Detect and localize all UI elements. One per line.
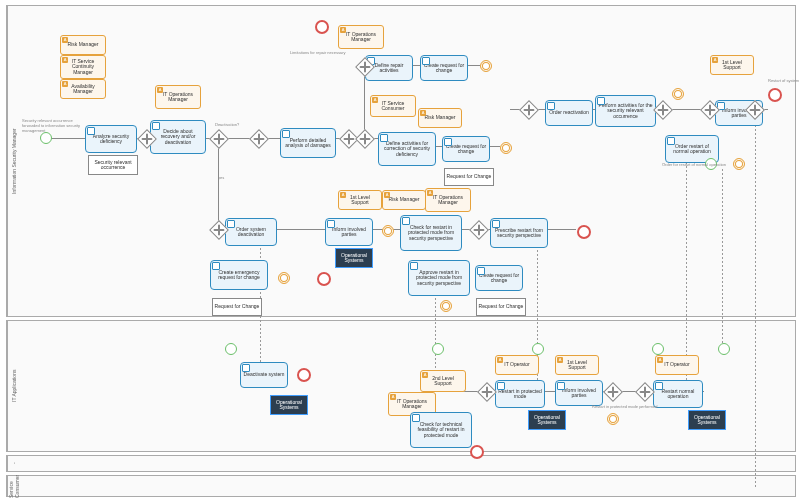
- task-rfc-3[interactable]: Create request for change: [475, 265, 523, 291]
- link-event[interactable]: [532, 343, 544, 355]
- data-rfc-2[interactable]: Request for Change: [444, 168, 494, 186]
- task-label: Restart normal operation: [656, 389, 700, 400]
- user-icon: [557, 382, 565, 390]
- user-icon: [87, 127, 95, 135]
- task-approve-restart[interactable]: Approve restart in protected mode from s…: [408, 260, 470, 296]
- data-rfc-1[interactable]: Request for Change: [212, 298, 262, 316]
- task-label: Perform activities for the security rele…: [598, 103, 653, 120]
- message-flow: [755, 112, 756, 487]
- link-event[interactable]: [225, 343, 237, 355]
- role-it-service-consumer[interactable]: AIT Service Consumer: [370, 95, 416, 117]
- task-label: Perform detailed analysis of damages: [283, 138, 333, 149]
- task-restart-protected[interactable]: Restart in protected mode: [495, 380, 545, 408]
- role-risk-manager[interactable]: ARisk Manager: [60, 35, 106, 55]
- link-event[interactable]: [652, 343, 664, 355]
- intermediate-event[interactable]: [382, 225, 394, 237]
- task-restart-normal[interactable]: Restart normal operation: [653, 380, 703, 408]
- task-perform-activities[interactable]: Perform activities for the security rele…: [595, 95, 656, 127]
- task-check-restart[interactable]: Check for restart in protected mode from…: [400, 215, 462, 251]
- intermediate-event[interactable]: [607, 413, 619, 425]
- task-label: Check for restart in protected mode from…: [403, 225, 459, 242]
- user-icon: [380, 134, 388, 142]
- role-it-ops-mgr-3[interactable]: AIT Operations Manager: [425, 188, 471, 212]
- task-inform-2[interactable]: Inform involved parties: [325, 218, 373, 246]
- role-1st-level-3[interactable]: A1st Level Support: [555, 355, 599, 375]
- data-label: Security relevant occurrence: [90, 160, 136, 171]
- task-order-deactivation[interactable]: Order system deactivation: [225, 218, 277, 246]
- task-analysis[interactable]: Perform detailed analysis of damages: [280, 128, 336, 158]
- role-label: Availability Manager: [63, 84, 103, 95]
- end-event[interactable]: [768, 88, 782, 102]
- user-icon: [227, 220, 235, 228]
- user-icon: [402, 217, 410, 225]
- task-order-reactivation[interactable]: Order reactivation: [545, 100, 593, 126]
- intermediate-event[interactable]: [733, 158, 745, 170]
- intermediate-event[interactable]: [500, 142, 512, 154]
- role-it-operator-2[interactable]: AIT Operator: [655, 355, 699, 375]
- task-analyze[interactable]: Analyze security deficiency: [85, 125, 137, 153]
- message-flow: [686, 158, 687, 380]
- task-deactivate[interactable]: Deactivate system: [240, 362, 288, 388]
- role-2nd-level[interactable]: A2nd Level Support: [420, 370, 466, 392]
- intermediate-event[interactable]: [480, 60, 492, 72]
- user-icon: [282, 130, 290, 138]
- task-rfc-2[interactable]: Create request for change: [442, 136, 490, 162]
- role-label: 1st Level Support: [341, 195, 379, 206]
- user-icon: [242, 364, 250, 372]
- data-op-sys-2[interactable]: Operational Systems: [270, 395, 308, 415]
- lane-label: -: [7, 456, 20, 471]
- role-availability-manager[interactable]: AAvailability Manager: [60, 79, 106, 99]
- flow-label: yes: [218, 175, 224, 180]
- role-label: IT Operations Manager: [341, 32, 381, 43]
- task-label: Check for technical feasibility of resta…: [413, 422, 469, 439]
- role-1st-level[interactable]: A1st Level Support: [338, 190, 382, 210]
- role-it-ops-mgr-2[interactable]: AIT Operations Manager: [338, 25, 384, 49]
- data-label: Request for Change: [479, 304, 524, 310]
- task-prescribe-restart[interactable]: Prescribe restart from security perspect…: [490, 218, 548, 248]
- role-label: IT Operator: [664, 362, 689, 368]
- user-icon: [492, 220, 500, 228]
- task-label: Approve restart in protected mode from s…: [411, 270, 467, 287]
- task-label: Create emergency request for change: [213, 270, 265, 281]
- task-define-correction[interactable]: Define activities for correction of secu…: [378, 132, 436, 166]
- user-icon: [212, 262, 220, 270]
- end-event[interactable]: [315, 20, 329, 34]
- role-risk-manager-3[interactable]: ARisk Manager: [382, 190, 426, 210]
- intermediate-event[interactable]: [672, 88, 684, 100]
- user-icon: [477, 267, 485, 275]
- user-icon: [667, 137, 675, 145]
- role-it-operator[interactable]: AIT Operator: [495, 355, 539, 375]
- data-op-sys-3[interactable]: Operational Systems: [528, 410, 566, 430]
- end-event[interactable]: [577, 225, 591, 239]
- user-icon: [655, 382, 663, 390]
- task-inform-3[interactable]: Inform involved parties: [555, 380, 603, 406]
- link-event[interactable]: [432, 343, 444, 355]
- data-security-occurrence[interactable]: Security relevant occurrence: [88, 155, 138, 175]
- intermediate-event[interactable]: [440, 300, 452, 312]
- task-label: Deactivate system: [244, 372, 285, 378]
- end-event[interactable]: [317, 272, 331, 286]
- lane-label: Service Consumer: [7, 476, 20, 496]
- intermediate-event[interactable]: [278, 272, 290, 284]
- role-1st-level-2[interactable]: A1st Level Support: [710, 55, 754, 75]
- task-emergency-rfc[interactable]: Create emergency request for change: [210, 260, 268, 290]
- task-check-feasibility[interactable]: Check for technical feasibility of resta…: [410, 412, 472, 448]
- link-event[interactable]: [718, 343, 730, 355]
- task-label: Order system deactivation: [228, 227, 274, 238]
- end-event[interactable]: [297, 368, 311, 382]
- task-rfc-1[interactable]: Create request for change: [420, 55, 468, 81]
- message-flow: [722, 168, 723, 343]
- role-it-ops-mgr[interactable]: AIT Operations Manager: [155, 85, 201, 109]
- role-risk-manager-2[interactable]: ARisk Manager: [418, 108, 462, 128]
- role-label: IT Operations Manager: [158, 92, 198, 103]
- role-itscm[interactable]: AIT Service Continuity Manager: [60, 55, 106, 79]
- data-op-sys-1[interactable]: Operational Systems: [335, 248, 373, 268]
- task-decide[interactable]: Decide about recovery and/or deactivatio…: [150, 120, 206, 154]
- data-op-sys-4[interactable]: Operational Systems: [688, 410, 726, 430]
- task-label: Prescribe restart from security perspect…: [493, 228, 545, 239]
- event-label: Order for restart of normal operation: [662, 162, 726, 167]
- role-label: IT Operations Manager: [391, 399, 433, 410]
- start-event[interactable]: [40, 132, 52, 144]
- data-rfc-3[interactable]: Request for Change: [476, 298, 526, 316]
- end-event[interactable]: [470, 445, 484, 459]
